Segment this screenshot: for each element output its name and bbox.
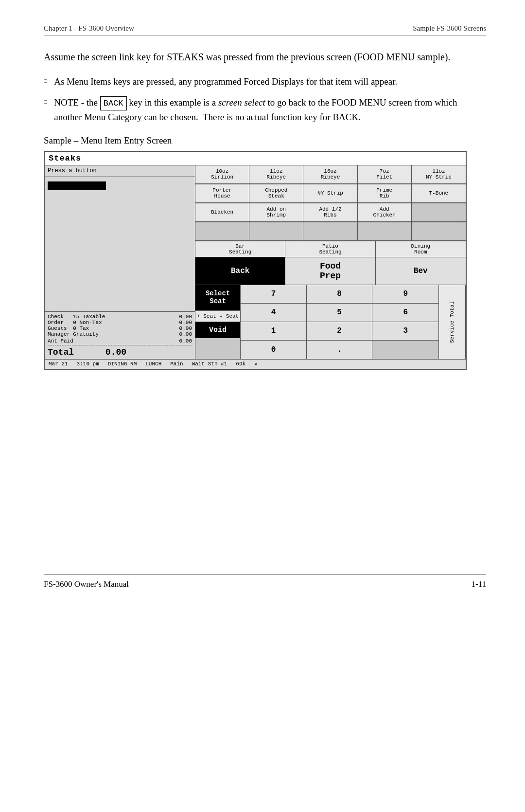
menu-porter-house[interactable]: Porter House bbox=[195, 184, 249, 203]
num-empty bbox=[372, 341, 438, 359]
black-bar bbox=[48, 181, 106, 190]
check-amt: 0.00 bbox=[179, 314, 192, 320]
menu-t-bone[interactable]: T-Bone bbox=[412, 184, 466, 203]
menu-7oz-filet[interactable]: 7oz Filet bbox=[358, 165, 412, 184]
menu-add-shrimp[interactable]: Add on Shrimp bbox=[249, 203, 303, 222]
status-time: 3:10 pm bbox=[77, 361, 99, 367]
guests-amt: 0.00 bbox=[179, 325, 192, 331]
menu-row-1: 10oz Sirlion 11oz Ribeye 16oz Ribeye 7oz… bbox=[195, 165, 466, 184]
bullet-icon-2: □ bbox=[44, 97, 47, 106]
pos-title-bar: Steaks bbox=[45, 152, 466, 165]
num-8[interactable]: 8 bbox=[307, 285, 373, 304]
seating-row: Bar Seating Patio Seating Dining Room bbox=[195, 241, 466, 257]
select-seat-btn[interactable]: Select Seat bbox=[195, 285, 240, 310]
status-meal: LUNCH bbox=[145, 361, 161, 367]
menu-ny-strip[interactable]: NY Strip bbox=[303, 184, 357, 203]
check-label: Check bbox=[48, 314, 70, 320]
num-9[interactable]: 9 bbox=[372, 285, 438, 304]
order-area bbox=[45, 177, 195, 311]
num-0[interactable]: 0 bbox=[241, 341, 307, 359]
order-label: Order bbox=[48, 320, 70, 325]
totals-labels-col: Check Order Guests Manager bbox=[48, 314, 70, 337]
intro-paragraph: Assume the screen link key for STEAKS wa… bbox=[44, 50, 486, 64]
check-val: 15 Taxable bbox=[73, 314, 105, 320]
num-grid: 7 8 9 4 5 6 1 2 3 0 . bbox=[241, 285, 438, 359]
bullet-list: □ As Menu Items keys are pressed, any pr… bbox=[44, 75, 486, 125]
page-header: Chapter 1 - FS-3600 Overview Sample FS-3… bbox=[44, 24, 486, 36]
totals-vals-col: 15 Taxable 0 Non-Tax 0 Tax Gratuity bbox=[73, 314, 105, 337]
ant-paid-amt: 0.00 bbox=[179, 338, 192, 344]
header-right: Sample FS-3600 Screens bbox=[413, 24, 486, 33]
menu-row-4-empty bbox=[195, 222, 466, 241]
num-6[interactable]: 6 bbox=[372, 304, 438, 322]
total-label: Total bbox=[48, 347, 74, 357]
num-3[interactable]: 3 bbox=[372, 322, 438, 341]
page-footer: FS-3600 Owner's Manual 1-11 bbox=[44, 574, 486, 589]
num-1[interactable]: 1 bbox=[241, 322, 307, 341]
back-btn[interactable]: Back bbox=[195, 257, 285, 285]
pos-screen: Steaks Press a button Check Order Guests… bbox=[44, 151, 467, 370]
service-total-btn[interactable]: Service Total bbox=[439, 285, 466, 359]
footer-left: FS-3600 Owner's Manual bbox=[44, 579, 129, 589]
patio-seating-btn[interactable]: Patio Seating bbox=[285, 241, 375, 257]
menu-add-half-ribs[interactable]: Add 1/2 Ribs bbox=[303, 203, 357, 222]
menu-11oz-ribeye[interactable]: 11oz Ribeye bbox=[249, 165, 303, 184]
total-line: Total 0.00 bbox=[48, 347, 192, 357]
menu-row-3: Blacken Add on Shrimp Add 1/2 Ribs Add C… bbox=[195, 203, 466, 222]
num-dot[interactable]: . bbox=[307, 341, 373, 359]
num-4[interactable]: 4 bbox=[241, 304, 307, 322]
header-left: Chapter 1 - FS-3600 Overview bbox=[44, 24, 134, 33]
menu-add-chicken[interactable]: Add Chicken bbox=[358, 203, 412, 222]
empty-cell-3 bbox=[303, 222, 357, 241]
bullet-text-2: NOTE - the BACK key in this example is a… bbox=[54, 96, 486, 125]
menu-chopped-steak[interactable]: Chopped Steak bbox=[249, 184, 303, 203]
empty-cell-5 bbox=[412, 222, 466, 241]
empty-cell-2 bbox=[249, 222, 303, 241]
guests-val: 0 Tax bbox=[73, 325, 105, 331]
food-prep-btn[interactable]: Food Prep bbox=[285, 257, 375, 285]
numpad-area: Select Seat + Seat - Seat Void 7 8 9 bbox=[195, 285, 466, 359]
big-btn-row: Back Food Prep Bev bbox=[195, 257, 466, 285]
press-button-label: Press a button bbox=[45, 165, 195, 177]
status-close-icon[interactable]: ✕ bbox=[254, 361, 258, 367]
bullet-icon-1: □ bbox=[44, 76, 47, 85]
guests-label: Guests bbox=[48, 325, 70, 331]
status-location: DINING RM bbox=[108, 361, 137, 367]
bev-btn[interactable]: Bev bbox=[376, 257, 466, 285]
minus-seat-btn[interactable]: - Seat bbox=[218, 310, 241, 322]
num-5[interactable]: 5 bbox=[307, 304, 373, 322]
pos-status-bar: Mar 21 3:10 pm DINING RM LUNCH Main Wait… bbox=[45, 359, 466, 369]
menu-row-2: Porter House Chopped Steak NY Strip Prim… bbox=[195, 184, 466, 203]
dining-room-btn[interactable]: Dining Room bbox=[376, 241, 466, 257]
numpad-and-service: 7 8 9 4 5 6 1 2 3 0 . bbox=[241, 285, 466, 359]
status-main: Main bbox=[170, 361, 183, 367]
bar-seating-btn[interactable]: Bar Seating bbox=[195, 241, 285, 257]
menu-10oz-sirloin[interactable]: 10oz Sirlion bbox=[195, 165, 249, 184]
menu-empty-1 bbox=[412, 203, 466, 222]
order-val: 0 Non-Tax bbox=[73, 320, 105, 325]
total-value: 0.00 bbox=[105, 347, 126, 357]
void-btn[interactable]: Void bbox=[195, 322, 240, 338]
pos-body: Press a button Check Order Guests Manage… bbox=[45, 165, 466, 359]
pos-right-panel: 10oz Sirlion 11oz Ribeye 16oz Ribeye 7oz… bbox=[195, 165, 466, 359]
ant-paid-label: Ant Paid bbox=[48, 338, 73, 344]
menu-blacken[interactable]: Blacken bbox=[195, 203, 249, 222]
num-2[interactable]: 2 bbox=[307, 322, 373, 341]
plus-seat-btn[interactable]: + Seat bbox=[195, 310, 218, 322]
menu-16oz-ribeye[interactable]: 16oz Ribeye bbox=[303, 165, 357, 184]
status-date: Mar 21 bbox=[49, 361, 68, 367]
plus-minus-row: + Seat - Seat bbox=[195, 310, 240, 322]
dashed-divider bbox=[48, 345, 192, 345]
gratuity-amt: 0.00 bbox=[179, 331, 192, 337]
menu-11oz-ny-strip[interactable]: 11oz NY Strip bbox=[412, 165, 466, 184]
menu-prime-rib[interactable]: Prime Rib bbox=[358, 184, 412, 203]
footer-right: 1-11 bbox=[471, 579, 486, 589]
pos-totals: Check Order Guests Manager 15 Taxable 0 … bbox=[45, 311, 195, 359]
bullet-text-1: As Menu Items keys are pressed, any prog… bbox=[54, 75, 397, 89]
gratuity-label: Gratuity bbox=[73, 331, 105, 337]
bullet-item-1: □ As Menu Items keys are pressed, any pr… bbox=[44, 75, 486, 89]
bullet-item-2: □ NOTE - the BACK key in this example is… bbox=[44, 96, 486, 125]
pos-left-panel: Press a button Check Order Guests Manage… bbox=[45, 165, 195, 359]
num-7[interactable]: 7 bbox=[241, 285, 307, 304]
bottom-spacer bbox=[44, 370, 486, 555]
